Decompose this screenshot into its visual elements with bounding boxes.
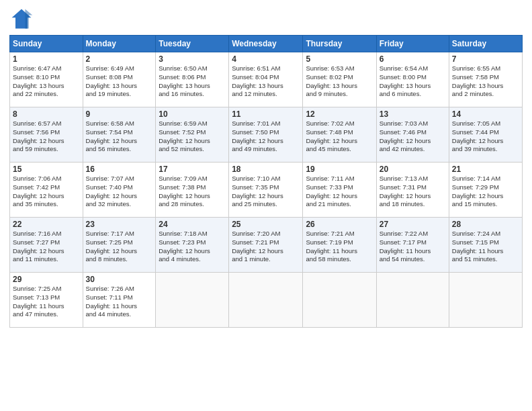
day-number: 1 bbox=[13, 54, 80, 64]
day-number: 4 bbox=[232, 54, 300, 64]
header bbox=[9, 7, 523, 31]
col-header-tuesday: Tuesday bbox=[156, 36, 229, 52]
col-header-sunday: Sunday bbox=[10, 36, 83, 52]
week-row-4: 22Sunrise: 7:16 AM Sunset: 7:27 PM Dayli… bbox=[10, 218, 523, 273]
day-cell: 15Sunrise: 7:06 AM Sunset: 7:42 PM Dayli… bbox=[10, 163, 83, 218]
day-detail: Sunrise: 7:20 AM Sunset: 7:21 PM Dayligh… bbox=[232, 230, 300, 264]
day-cell bbox=[449, 273, 522, 328]
day-detail: Sunrise: 7:10 AM Sunset: 7:35 PM Dayligh… bbox=[232, 175, 300, 209]
day-number: 2 bbox=[86, 54, 153, 64]
day-detail: Sunrise: 6:58 AM Sunset: 7:54 PM Dayligh… bbox=[86, 120, 153, 154]
day-number: 17 bbox=[159, 165, 226, 174]
week-row-5: 29Sunrise: 7:25 AM Sunset: 7:13 PM Dayli… bbox=[10, 273, 523, 328]
day-detail: Sunrise: 7:26 AM Sunset: 7:11 PM Dayligh… bbox=[86, 285, 153, 319]
col-header-thursday: Thursday bbox=[303, 36, 376, 52]
day-detail: Sunrise: 6:57 AM Sunset: 7:56 PM Dayligh… bbox=[13, 120, 80, 154]
col-header-friday: Friday bbox=[376, 36, 449, 52]
day-detail: Sunrise: 7:02 AM Sunset: 7:48 PM Dayligh… bbox=[306, 120, 373, 154]
day-detail: Sunrise: 7:21 AM Sunset: 7:19 PM Dayligh… bbox=[306, 230, 373, 264]
logo bbox=[9, 7, 36, 31]
day-cell: 16Sunrise: 7:07 AM Sunset: 7:40 PM Dayli… bbox=[83, 163, 156, 218]
day-number: 9 bbox=[86, 109, 153, 119]
day-cell: 12Sunrise: 7:02 AM Sunset: 7:48 PM Dayli… bbox=[303, 107, 376, 163]
day-detail: Sunrise: 7:07 AM Sunset: 7:40 PM Dayligh… bbox=[86, 175, 153, 209]
day-detail: Sunrise: 6:51 AM Sunset: 8:04 PM Dayligh… bbox=[232, 64, 300, 99]
day-cell bbox=[156, 273, 229, 328]
day-detail: Sunrise: 7:17 AM Sunset: 7:25 PM Dayligh… bbox=[86, 230, 153, 264]
day-detail: Sunrise: 6:49 AM Sunset: 8:08 PM Dayligh… bbox=[86, 64, 153, 99]
calendar-table: SundayMondayTuesdayWednesdayThursdayFrid… bbox=[9, 35, 523, 328]
day-detail: Sunrise: 6:53 AM Sunset: 8:02 PM Dayligh… bbox=[306, 64, 373, 99]
day-cell: 3Sunrise: 6:50 AM Sunset: 8:06 PM Daylig… bbox=[156, 52, 229, 107]
day-detail: Sunrise: 7:05 AM Sunset: 7:44 PM Dayligh… bbox=[452, 120, 519, 154]
week-row-3: 15Sunrise: 7:06 AM Sunset: 7:42 PM Dayli… bbox=[10, 163, 523, 218]
day-detail: Sunrise: 7:11 AM Sunset: 7:33 PM Dayligh… bbox=[306, 175, 373, 209]
day-detail: Sunrise: 6:54 AM Sunset: 8:00 PM Dayligh… bbox=[380, 64, 446, 99]
day-number: 16 bbox=[86, 165, 153, 174]
day-detail: Sunrise: 7:24 AM Sunset: 7:15 PM Dayligh… bbox=[452, 230, 519, 264]
col-header-monday: Monday bbox=[83, 36, 156, 52]
day-number: 3 bbox=[159, 54, 226, 64]
day-number: 6 bbox=[380, 54, 446, 64]
day-number: 14 bbox=[452, 109, 519, 119]
day-number: 11 bbox=[232, 109, 300, 119]
day-number: 19 bbox=[306, 165, 373, 174]
day-detail: Sunrise: 7:14 AM Sunset: 7:29 PM Dayligh… bbox=[452, 175, 519, 209]
day-cell: 8Sunrise: 6:57 AM Sunset: 7:56 PM Daylig… bbox=[10, 107, 83, 163]
day-detail: Sunrise: 7:01 AM Sunset: 7:50 PM Dayligh… bbox=[232, 120, 300, 154]
day-cell: 6Sunrise: 6:54 AM Sunset: 8:00 PM Daylig… bbox=[376, 52, 449, 107]
day-detail: Sunrise: 7:03 AM Sunset: 7:46 PM Dayligh… bbox=[380, 120, 446, 154]
day-detail: Sunrise: 7:25 AM Sunset: 7:13 PM Dayligh… bbox=[13, 285, 80, 319]
day-cell: 4Sunrise: 6:51 AM Sunset: 8:04 PM Daylig… bbox=[229, 52, 303, 107]
day-cell: 2Sunrise: 6:49 AM Sunset: 8:08 PM Daylig… bbox=[83, 52, 156, 107]
col-header-wednesday: Wednesday bbox=[229, 36, 303, 52]
day-cell bbox=[303, 273, 376, 328]
day-number: 5 bbox=[306, 54, 373, 64]
day-number: 27 bbox=[380, 220, 446, 229]
day-number: 15 bbox=[13, 165, 80, 174]
day-cell: 17Sunrise: 7:09 AM Sunset: 7:38 PM Dayli… bbox=[156, 163, 229, 218]
day-cell: 24Sunrise: 7:18 AM Sunset: 7:23 PM Dayli… bbox=[156, 218, 229, 273]
col-header-saturday: Saturday bbox=[449, 36, 522, 52]
day-detail: Sunrise: 7:06 AM Sunset: 7:42 PM Dayligh… bbox=[13, 175, 80, 209]
day-number: 23 bbox=[86, 220, 153, 229]
day-cell: 20Sunrise: 7:13 AM Sunset: 7:31 PM Dayli… bbox=[376, 163, 449, 218]
day-detail: Sunrise: 6:50 AM Sunset: 8:06 PM Dayligh… bbox=[159, 64, 226, 99]
day-cell: 22Sunrise: 7:16 AM Sunset: 7:27 PM Dayli… bbox=[10, 218, 83, 273]
day-number: 30 bbox=[86, 275, 153, 284]
day-number: 22 bbox=[13, 220, 80, 229]
day-cell: 11Sunrise: 7:01 AM Sunset: 7:50 PM Dayli… bbox=[229, 107, 303, 163]
calendar-header-row: SundayMondayTuesdayWednesdayThursdayFrid… bbox=[10, 36, 523, 52]
day-number: 25 bbox=[232, 220, 300, 229]
day-number: 24 bbox=[159, 220, 226, 229]
logo-icon bbox=[9, 7, 34, 31]
day-number: 10 bbox=[159, 109, 226, 119]
day-cell bbox=[376, 273, 449, 328]
day-cell: 28Sunrise: 7:24 AM Sunset: 7:15 PM Dayli… bbox=[449, 218, 522, 273]
day-cell: 21Sunrise: 7:14 AM Sunset: 7:29 PM Dayli… bbox=[449, 163, 522, 218]
day-cell: 29Sunrise: 7:25 AM Sunset: 7:13 PM Dayli… bbox=[10, 273, 83, 328]
day-cell: 30Sunrise: 7:26 AM Sunset: 7:11 PM Dayli… bbox=[83, 273, 156, 328]
day-number: 12 bbox=[306, 109, 373, 119]
day-number: 7 bbox=[452, 54, 519, 64]
svg-marker-1 bbox=[25, 9, 32, 29]
day-cell: 23Sunrise: 7:17 AM Sunset: 7:25 PM Dayli… bbox=[83, 218, 156, 273]
day-number: 13 bbox=[380, 109, 446, 119]
day-number: 21 bbox=[452, 165, 519, 174]
day-number: 18 bbox=[232, 165, 300, 174]
page: SundayMondayTuesdayWednesdayThursdayFrid… bbox=[0, 0, 532, 411]
day-detail: Sunrise: 6:55 AM Sunset: 7:58 PM Dayligh… bbox=[452, 64, 519, 99]
day-cell: 26Sunrise: 7:21 AM Sunset: 7:19 PM Dayli… bbox=[303, 218, 376, 273]
day-cell: 9Sunrise: 6:58 AM Sunset: 7:54 PM Daylig… bbox=[83, 107, 156, 163]
day-number: 29 bbox=[13, 275, 80, 284]
day-cell: 27Sunrise: 7:22 AM Sunset: 7:17 PM Dayli… bbox=[376, 218, 449, 273]
week-row-2: 8Sunrise: 6:57 AM Sunset: 7:56 PM Daylig… bbox=[10, 107, 523, 163]
day-cell: 7Sunrise: 6:55 AM Sunset: 7:58 PM Daylig… bbox=[449, 52, 522, 107]
day-cell bbox=[229, 273, 303, 328]
day-number: 8 bbox=[13, 109, 80, 119]
day-detail: Sunrise: 6:47 AM Sunset: 8:10 PM Dayligh… bbox=[13, 64, 80, 99]
day-detail: Sunrise: 7:13 AM Sunset: 7:31 PM Dayligh… bbox=[380, 175, 446, 209]
day-cell: 13Sunrise: 7:03 AM Sunset: 7:46 PM Dayli… bbox=[376, 107, 449, 163]
week-row-1: 1Sunrise: 6:47 AM Sunset: 8:10 PM Daylig… bbox=[10, 52, 523, 107]
day-cell: 14Sunrise: 7:05 AM Sunset: 7:44 PM Dayli… bbox=[449, 107, 522, 163]
